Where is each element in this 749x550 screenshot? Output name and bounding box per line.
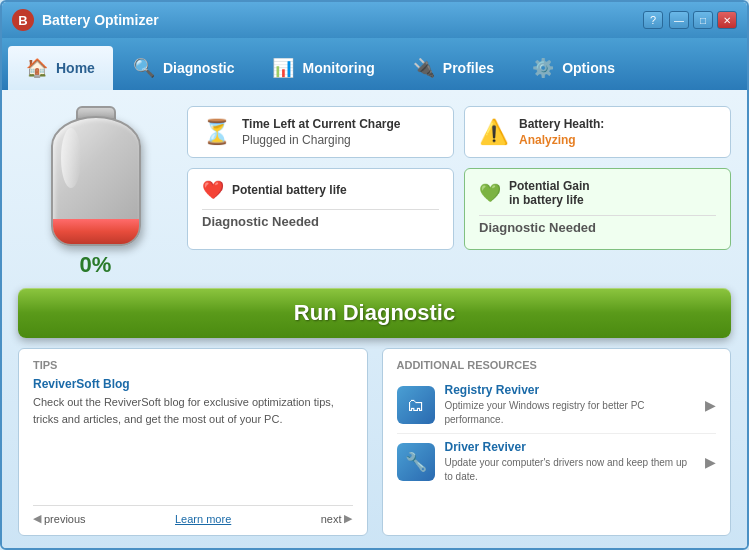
battery-fill: [53, 219, 139, 244]
potential-gain-header: 💚 Potential Gain in battery life: [479, 179, 716, 207]
tab-home-label: Home: [56, 60, 95, 76]
tab-options[interactable]: ⚙️ Options: [514, 46, 633, 90]
time-left-content: Time Left at Current Charge Plugged in C…: [242, 117, 439, 147]
tips-text: Check out the ReviverSoft blog for exclu…: [33, 394, 353, 427]
close-button[interactable]: ✕: [717, 11, 737, 29]
learn-more-link[interactable]: Learn more: [175, 513, 231, 525]
tab-monitoring-label: Monitoring: [302, 60, 374, 76]
potential-battery-value: Diagnostic Needed: [202, 209, 439, 233]
driver-arrow-icon: ▶: [705, 454, 716, 470]
battery-health-content: Battery Health: Analyzing: [519, 117, 716, 147]
top-section: 0% ⏳ Time Left at Current Charge Plugged…: [18, 106, 731, 278]
battery-health-card: ⚠️ Battery Health: Analyzing: [464, 106, 731, 158]
tips-content: ReviverSoft Blog Check out the ReviverSo…: [33, 377, 353, 497]
app-icon: B: [12, 9, 34, 31]
battery-area: 0%: [18, 106, 173, 278]
tab-profiles[interactable]: 🔌 Profiles: [395, 46, 512, 90]
next-arrow-icon: ▶: [344, 512, 352, 525]
battery-outer: [51, 116, 141, 246]
potential-battery-title: Potential battery life: [232, 183, 347, 197]
help-button[interactable]: ?: [643, 11, 663, 29]
tips-previous-button[interactable]: ◀ previous: [33, 512, 86, 525]
options-icon: ⚙️: [532, 57, 554, 79]
tab-diagnostic[interactable]: 🔍 Diagnostic: [115, 46, 253, 90]
registry-reviver-title: Registry Reviver: [445, 383, 696, 397]
tips-next-label: next: [321, 513, 342, 525]
health-icon: ⚠️: [479, 118, 509, 146]
potential-battery-life-card: ❤️ Potential battery life Diagnostic Nee…: [187, 168, 454, 250]
profiles-icon: 🔌: [413, 57, 435, 79]
bottom-section: Tips ReviverSoft Blog Check out the Revi…: [18, 348, 731, 536]
potential-row: ❤️ Potential battery life Diagnostic Nee…: [187, 168, 731, 250]
tips-nav: ◀ previous Learn more next ▶: [33, 505, 353, 525]
registry-arrow-icon: ▶: [705, 397, 716, 413]
tips-blog-title[interactable]: ReviverSoft Blog: [33, 377, 353, 391]
diagnostic-icon: 🔍: [133, 57, 155, 79]
driver-reviver-desc: Update your computer's drivers now and k…: [445, 456, 696, 484]
tab-monitoring[interactable]: 📊 Monitoring: [254, 46, 392, 90]
time-left-card: ⏳ Time Left at Current Charge Plugged in…: [187, 106, 454, 158]
resources-panel: Additional Resources 🗂 Registry Reviver …: [382, 348, 732, 536]
home-icon: 🏠: [26, 57, 48, 79]
window-controls: — □ ✕: [669, 11, 737, 29]
potential-battery-header: ❤️ Potential battery life: [202, 179, 439, 201]
minimize-button[interactable]: —: [669, 11, 689, 29]
time-left-value: Plugged in Charging: [242, 133, 439, 147]
tips-section-title: Tips: [33, 359, 353, 371]
registry-reviver-info: Registry Reviver Optimize your Windows r…: [445, 383, 696, 427]
resource-item-driver[interactable]: 🔧 Driver Reviver Update your computer's …: [397, 434, 717, 490]
time-icon: ⏳: [202, 118, 232, 146]
prev-arrow-icon: ◀: [33, 512, 41, 525]
maximize-button[interactable]: □: [693, 11, 713, 29]
tab-diagnostic-label: Diagnostic: [163, 60, 235, 76]
potential-gain-title: Potential Gain in battery life: [509, 179, 590, 207]
monitoring-icon: 📊: [272, 57, 294, 79]
heart-icon: ❤️: [202, 179, 224, 201]
tips-next-button[interactable]: next ▶: [321, 512, 353, 525]
potential-gain-card: 💚 Potential Gain in battery life Diagnos…: [464, 168, 731, 250]
time-left-title: Time Left at Current Charge: [242, 117, 439, 131]
info-area: ⏳ Time Left at Current Charge Plugged in…: [187, 106, 731, 278]
nav-bar: 🏠 Home 🔍 Diagnostic 📊 Monitoring 🔌 Profi…: [2, 38, 747, 90]
battery-glare: [61, 128, 81, 188]
driver-reviver-info: Driver Reviver Update your computer's dr…: [445, 440, 696, 484]
resource-item-registry[interactable]: 🗂 Registry Reviver Optimize your Windows…: [397, 377, 717, 434]
registry-reviver-desc: Optimize your Windows registry for bette…: [445, 399, 696, 427]
tab-options-label: Options: [562, 60, 615, 76]
driver-reviver-title: Driver Reviver: [445, 440, 696, 454]
run-diagnostic-button[interactable]: Run Diagnostic: [18, 288, 731, 338]
info-row-1: ⏳ Time Left at Current Charge Plugged in…: [187, 106, 731, 158]
potential-gain-value: Diagnostic Needed: [479, 215, 716, 239]
heart-plus-icon: 💚: [479, 182, 501, 204]
battery-health-title: Battery Health:: [519, 117, 716, 131]
app-title: Battery Optimizer: [42, 12, 643, 28]
registry-reviver-icon: 🗂: [397, 386, 435, 424]
tab-profiles-label: Profiles: [443, 60, 494, 76]
battery-visual: [46, 106, 146, 246]
title-bar: B Battery Optimizer ? — □ ✕: [2, 2, 747, 38]
resources-section-title: Additional Resources: [397, 359, 717, 371]
tips-previous-label: previous: [44, 513, 86, 525]
driver-reviver-icon: 🔧: [397, 443, 435, 481]
tab-home[interactable]: 🏠 Home: [8, 46, 113, 90]
tips-panel: Tips ReviverSoft Blog Check out the Revi…: [18, 348, 368, 536]
main-content: 0% ⏳ Time Left at Current Charge Plugged…: [2, 90, 747, 550]
battery-percent: 0%: [80, 252, 112, 278]
battery-health-value: Analyzing: [519, 133, 716, 147]
